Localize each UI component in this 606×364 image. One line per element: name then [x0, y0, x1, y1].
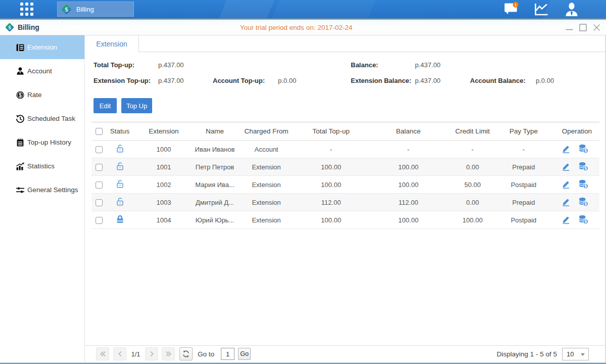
cell-charged-from: Extension: [235, 158, 298, 176]
cell-balance: 100.00: [364, 158, 452, 176]
statistics-topbar-button[interactable]: [533, 0, 549, 18]
top-up-icon: $: [578, 144, 589, 154]
select-all-checkbox[interactable]: [96, 128, 103, 135]
cell-name: Дмитрий Д...: [195, 194, 235, 211]
cell-charged-from: Extension: [235, 194, 298, 211]
taskbar-item-billing[interactable]: $ Billing: [57, 2, 134, 17]
column-header-total-topup: Total Top-up: [298, 122, 364, 141]
last-page-button[interactable]: [162, 347, 175, 360]
sidebar-item-account[interactable]: Account: [0, 59, 84, 83]
extension-topup-label: Extension Top-up:: [94, 77, 158, 84]
top-up-button[interactable]: Top Up: [121, 98, 152, 113]
row-checkbox[interactable]: [96, 199, 103, 206]
top-up-row-button[interactable]: $: [578, 144, 589, 155]
sidebar-item-statistics[interactable]: Statistics: [0, 154, 84, 178]
top-up-icon: $: [578, 161, 589, 171]
first-page-button[interactable]: [96, 347, 109, 360]
sidebar-item-scheduled-task[interactable]: Scheduled Task: [0, 107, 84, 130]
account-balance-label: Account Balance:: [470, 77, 536, 84]
sidebar-item-rate[interactable]: $ Rate: [0, 83, 84, 107]
extension-balance-value: p.437.00: [415, 77, 470, 84]
account-topup-value: p.0.00: [278, 77, 351, 84]
sidebar-item-extension[interactable]: Extension: [0, 35, 84, 59]
row-checkbox[interactable]: [96, 164, 103, 171]
sidebar-item-label: Scheduled Task: [27, 115, 75, 122]
go-button[interactable]: Go: [238, 348, 251, 360]
row-checkbox[interactable]: [96, 217, 103, 224]
user-account-button[interactable]: [564, 0, 580, 18]
row-checkbox[interactable]: [96, 146, 103, 153]
tab-extension[interactable]: Extension: [85, 35, 139, 52]
cell-extension: 1003: [133, 194, 195, 211]
notifications-button[interactable]: !: [504, 0, 519, 18]
page-number-input[interactable]: [221, 348, 235, 360]
table-header-row: Status Extension Name Charged From Total…: [91, 122, 599, 141]
cell-balance: -: [364, 141, 452, 158]
refresh-button[interactable]: [179, 347, 193, 360]
minimize-button[interactable]: [565, 23, 574, 32]
edit-row-button[interactable]: [562, 179, 571, 190]
sidebar-item-general-settings[interactable]: General Settings: [0, 178, 84, 202]
sidebar: Extension Account $ Rate: [0, 35, 85, 362]
summary-panel: Total Top-up: p.437.00 Balance: p.437.00…: [94, 61, 599, 93]
edit-row-button[interactable]: [562, 162, 571, 172]
extension-balance-label: Extension Balance:: [351, 77, 415, 84]
cell-charged-from: Extension: [235, 211, 298, 229]
edit-row-button[interactable]: [562, 144, 571, 155]
edit-icon: [562, 215, 571, 224]
column-header-status: Status: [107, 122, 133, 141]
status-unlocked-icon: [115, 179, 125, 190]
top-up-icon: $: [578, 197, 589, 207]
top-up-row-button[interactable]: $: [578, 161, 589, 173]
displaying-text: Displaying 1 - 5 of 5: [497, 350, 557, 358]
cell-total-topup: 112.00: [298, 194, 364, 211]
edit-icon: [562, 144, 571, 153]
cell-credit-limit: 100.00: [452, 211, 493, 229]
previous-page-icon: [117, 351, 123, 357]
row-checkbox[interactable]: [96, 181, 103, 189]
pagination-bar: 1/1 Go to Go Displaying 1 - 5 of 5: [85, 345, 606, 362]
cell-credit-limit: -: [452, 141, 493, 158]
topbar-streak: [269, 0, 378, 18]
window-title-bar: $ Billing Your trial period ends on: 201…: [0, 20, 606, 35]
lock-open-icon: [115, 144, 125, 153]
topup-history-icon: [15, 138, 25, 147]
cell-extension: 1002: [133, 176, 195, 194]
cell-pay-type: Postpaid: [493, 176, 554, 194]
extensions-table: Status Extension Name Charged From Total…: [91, 122, 599, 229]
edit-button[interactable]: Edit: [94, 98, 117, 113]
previous-page-button[interactable]: [113, 347, 126, 360]
top-up-row-button[interactable]: $: [578, 197, 589, 208]
total-topup-value: p.437.00: [158, 61, 213, 69]
extension-icon: [15, 42, 25, 52]
next-page-button[interactable]: [145, 347, 158, 360]
edit-row-button[interactable]: [562, 215, 571, 225]
cell-balance: 100.00: [364, 211, 452, 229]
top-up-icon: $: [578, 214, 589, 224]
cell-credit-limit: 50.00: [452, 176, 493, 194]
cell-charged-from: Extension: [235, 176, 298, 194]
maximize-button[interactable]: [578, 23, 587, 32]
close-icon: [593, 24, 600, 31]
close-button[interactable]: [592, 23, 601, 32]
last-page-icon: [165, 351, 172, 357]
refresh-icon: [182, 350, 190, 358]
cell-extension: 1001: [133, 158, 195, 176]
cell-extension: 1000: [133, 141, 195, 158]
top-bar: $ Billing !: [0, 0, 606, 18]
window-title: Billing: [18, 23, 39, 31]
top-up-row-button[interactable]: $: [578, 214, 589, 226]
rate-icon: $: [15, 90, 25, 100]
cell-total-topup: 100.00: [298, 158, 364, 176]
balance-label: Balance:: [351, 61, 415, 69]
statistics-icon: [15, 161, 25, 171]
app-launcher-icon[interactable]: [20, 3, 33, 16]
column-header-operation: Operation: [554, 122, 599, 141]
cell-total-topup: 100.00: [298, 176, 364, 194]
edit-row-button[interactable]: [562, 197, 571, 208]
sidebar-item-topup-history[interactable]: Top-up History: [0, 130, 84, 154]
cell-balance: 100.00: [364, 176, 452, 194]
page-size-select[interactable]: 10: [562, 348, 589, 360]
cell-pay-type: Postpaid: [493, 211, 554, 229]
top-up-row-button[interactable]: $: [578, 179, 589, 191]
